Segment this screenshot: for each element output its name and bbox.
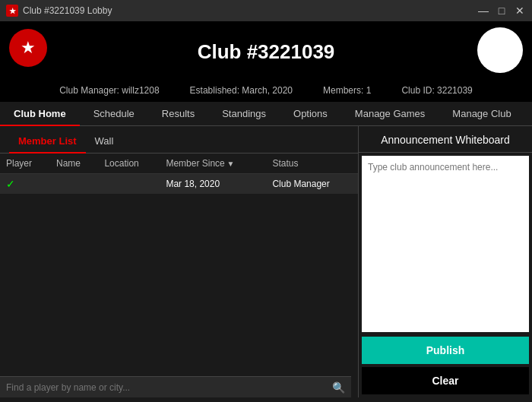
cell-member-since: Mar 18, 2020	[160, 174, 266, 195]
tab-standings[interactable]: Standings	[208, 102, 280, 125]
col-status: Status	[266, 154, 358, 174]
nav-tabs: Club Home Schedule Results Standings Opt…	[0, 102, 532, 126]
left-panel: Member List Wall Player Name Location Me…	[0, 126, 359, 397]
announcement-textarea[interactable]	[362, 156, 529, 332]
member-table: Player Name Location Member Since Status…	[0, 154, 358, 194]
title-bar: ★ Club #3221039 Lobby — □ ✕	[0, 0, 532, 21]
cell-location	[98, 174, 160, 195]
announcement-title: Announcement Whiteboard	[359, 126, 532, 153]
col-member-since[interactable]: Member Since	[160, 154, 266, 174]
window-controls: — □ ✕	[477, 5, 526, 17]
col-location: Location	[98, 154, 160, 174]
search-input[interactable]	[6, 382, 332, 393]
established-info: Established: March, 2020	[190, 85, 293, 96]
publish-button[interactable]: Publish	[362, 337, 529, 364]
tab-options[interactable]: Options	[280, 102, 341, 125]
window-title: Club #3221039 Lobby	[23, 5, 112, 16]
members-info: Members: 1	[323, 85, 371, 96]
tab-manage-club[interactable]: Manage Club	[439, 102, 524, 125]
subtab-wall[interactable]: Wall	[86, 131, 123, 153]
tab-results[interactable]: Results	[148, 102, 208, 125]
clear-button[interactable]: Clear	[362, 367, 529, 394]
tab-club-home[interactable]: Club Home	[0, 102, 80, 125]
cell-name	[50, 174, 98, 195]
app-logo: ★	[9, 29, 47, 67]
maximize-button[interactable]: □	[496, 5, 508, 17]
table-row[interactable]: ✓ Mar 18, 2020 Club Manager	[0, 174, 358, 195]
tab-manage-games[interactable]: Manage Games	[341, 102, 439, 125]
app-icon: ★	[6, 5, 18, 17]
search-icon: 🔍	[332, 381, 345, 394]
avatar	[477, 27, 523, 73]
subtab-member-list[interactable]: Member List	[9, 131, 86, 153]
cell-check: ✓	[0, 174, 50, 195]
close-button[interactable]: ✕	[514, 5, 526, 17]
club-info-bar: Club Manager: willz1208 Established: Mar…	[0, 82, 532, 102]
col-player: Player	[0, 154, 50, 174]
header: ★ Club #3221039	[0, 21, 532, 82]
main-content: Member List Wall Player Name Location Me…	[0, 126, 532, 397]
club-title: Club #3221039	[198, 40, 335, 64]
table-header-row: Player Name Location Member Since Status	[0, 154, 358, 174]
col-name: Name	[50, 154, 98, 174]
club-id-info: Club ID: 3221039	[401, 85, 472, 96]
star-icon: ★	[21, 38, 36, 58]
member-table-wrapper: Player Name Location Member Since Status…	[0, 154, 358, 397]
tab-schedule[interactable]: Schedule	[80, 102, 148, 125]
search-bar: 🔍	[0, 376, 351, 397]
club-manager-info: Club Manager: willz1208	[59, 85, 159, 96]
sub-tabs: Member List Wall	[0, 126, 358, 154]
cell-status: Club Manager	[266, 174, 358, 195]
right-panel: Announcement Whiteboard Publish Clear	[359, 126, 532, 397]
minimize-button[interactable]: —	[477, 5, 489, 17]
